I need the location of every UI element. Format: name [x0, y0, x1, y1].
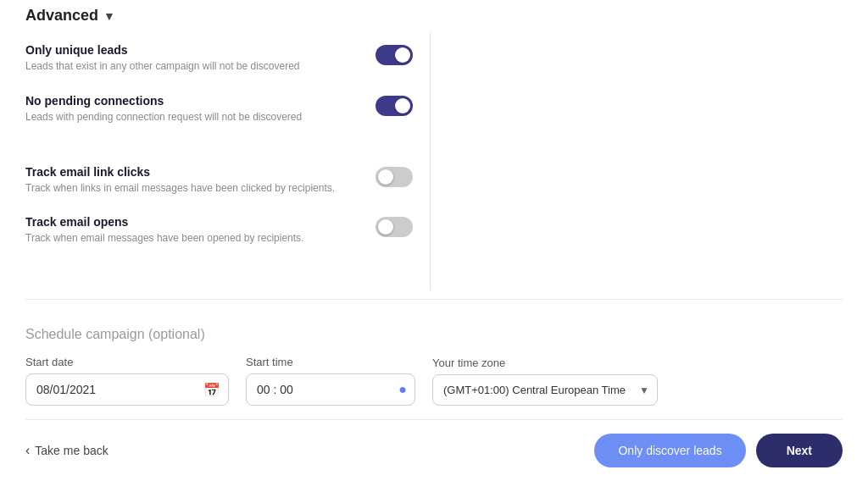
- toggle-label-unique-leads: Only unique leads: [25, 43, 359, 57]
- footer-buttons: Only discover leads Next: [594, 434, 843, 467]
- section-divider: [25, 299, 843, 300]
- start-time-label: Start time: [246, 356, 415, 368]
- start-time-input[interactable]: [246, 373, 415, 406]
- footer: ‹ Take me back Only discover leads Next: [25, 419, 843, 481]
- next-button[interactable]: Next: [756, 434, 843, 467]
- start-date-input[interactable]: [25, 373, 229, 406]
- start-date-label: Start date: [25, 356, 229, 368]
- toggle-no-pending[interactable]: [376, 96, 413, 116]
- page-title: Advanced: [25, 7, 98, 25]
- calendar-icon: 📅: [203, 382, 220, 398]
- back-chevron-icon: ‹: [25, 443, 30, 458]
- timezone-select[interactable]: (GMT+01:00) Central European Time (GMT+0…: [432, 374, 658, 406]
- toggle-group-leads: Only unique leads Leads that exist in an…: [25, 33, 413, 135]
- toggle-track-opens[interactable]: [376, 217, 413, 237]
- start-date-field: Start date 📅: [25, 356, 229, 406]
- discover-leads-button[interactable]: Only discover leads: [594, 434, 745, 467]
- toggle-row-no-pending: No pending connections Leads with pendin…: [25, 84, 413, 135]
- back-label: Take me back: [35, 444, 108, 457]
- back-link[interactable]: ‹ Take me back: [25, 443, 108, 458]
- toggle-label-track-clicks: Track email link clicks: [25, 165, 359, 179]
- start-time-field: Start time ●: [246, 356, 415, 406]
- toggle-desc-unique-leads: Leads that exist in any other campaign w…: [25, 59, 359, 74]
- toggle-row-track-opens: Track email opens Track when email messa…: [25, 205, 413, 256]
- timezone-field: Your time zone (GMT+01:00) Central Europ…: [432, 357, 658, 406]
- schedule-section: Schedule campaign (optional) Start date …: [25, 313, 843, 406]
- timezone-label: Your time zone: [432, 357, 658, 369]
- chevron-down-icon[interactable]: ▼: [103, 9, 115, 23]
- toggle-desc-track-clicks: Track when links in email messages have …: [25, 181, 359, 196]
- clock-icon: ●: [398, 382, 407, 397]
- toggle-unique-leads[interactable]: [376, 45, 413, 65]
- toggle-desc-track-opens: Track when email messages have been open…: [25, 231, 359, 246]
- toggle-desc-no-pending: Leads with pending connection request wi…: [25, 110, 359, 124]
- toggle-row-unique-leads: Only unique leads Leads that exist in an…: [25, 33, 413, 84]
- toggle-row-track-clicks: Track email link clicks Track when links…: [25, 155, 413, 206]
- toggle-label-no-pending: No pending connections: [25, 94, 359, 108]
- toggle-group-email: Track email link clicks Track when links…: [25, 155, 413, 257]
- toggle-label-track-opens: Track email opens: [25, 215, 359, 229]
- toggle-track-clicks[interactable]: [376, 167, 413, 187]
- schedule-title: Schedule campaign (optional): [25, 327, 843, 342]
